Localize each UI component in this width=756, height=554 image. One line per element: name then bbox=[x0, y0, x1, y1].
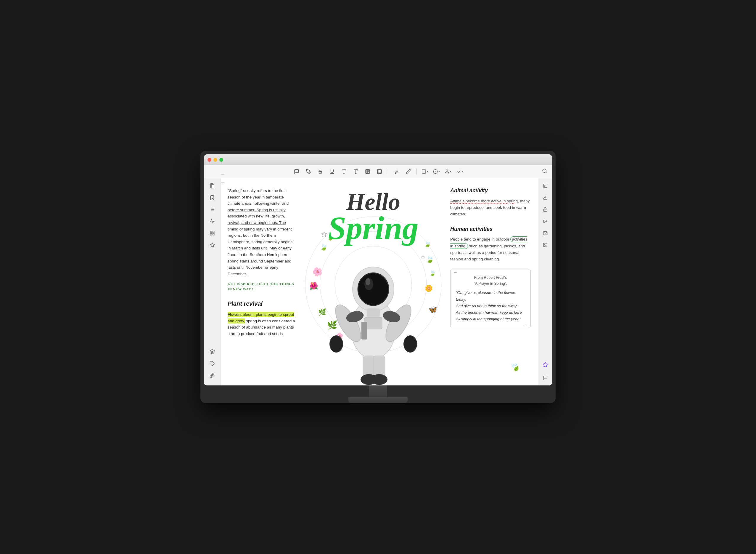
stand-neck bbox=[369, 385, 387, 397]
leaf-yellow-3: 🍃 bbox=[429, 270, 436, 276]
svg-point-46 bbox=[358, 273, 389, 306]
svg-rect-64 bbox=[544, 209, 547, 211]
quote-box: From Robert Frost's"A Prayer in Spring":… bbox=[450, 270, 531, 327]
quote-source: From Robert Frost's"A Prayer in Spring": bbox=[456, 275, 525, 286]
right-chat-icon[interactable] bbox=[540, 372, 551, 383]
right-sidebar bbox=[538, 178, 552, 385]
center-hero-column: Hello Spring bbox=[303, 178, 443, 385]
svg-point-48 bbox=[366, 278, 370, 285]
flower-pink: 🌺 bbox=[309, 282, 318, 290]
comment-icon[interactable] bbox=[293, 168, 300, 175]
right-image-icon[interactable] bbox=[540, 240, 551, 250]
scroll-down: — bbox=[221, 180, 225, 184]
svg-point-53 bbox=[330, 336, 343, 352]
minimize-button[interactable] bbox=[213, 158, 217, 162]
sidebar-pages-icon[interactable] bbox=[207, 180, 217, 191]
quote-text: "Oh, give us pleasure in the flowers tod… bbox=[456, 289, 525, 322]
right-ai-icon[interactable] bbox=[540, 359, 551, 370]
text-box-icon[interactable] bbox=[364, 168, 371, 175]
svg-point-20 bbox=[446, 170, 448, 171]
svg-rect-33 bbox=[210, 234, 212, 235]
svg-point-54 bbox=[404, 336, 417, 352]
human-text-before: People tend to engage in outdoor bbox=[450, 237, 510, 241]
human-activities-text: People tend to engage in outdoor activit… bbox=[450, 236, 531, 263]
sign-dropdown[interactable]: ▾ bbox=[456, 169, 463, 174]
svg-rect-16 bbox=[422, 170, 426, 173]
toolbar-divider bbox=[388, 169, 388, 174]
paperclip-icon[interactable] bbox=[207, 370, 217, 381]
animals-underlined: Animals become more active in spring, bbox=[450, 199, 519, 203]
right-download-icon[interactable] bbox=[540, 192, 551, 203]
leaf-yellow-2: 🍃 bbox=[425, 255, 434, 263]
monitor-stand bbox=[204, 385, 552, 403]
svg-rect-24 bbox=[211, 184, 214, 189]
astronaut-svg bbox=[323, 237, 424, 385]
handwriting-note: Get inspired, just look things in new wa… bbox=[228, 282, 296, 292]
svg-marker-35 bbox=[210, 243, 214, 247]
sidebar-bookmark-icon[interactable] bbox=[207, 192, 217, 203]
document-area: "Spring" usually refers to the first sea… bbox=[220, 178, 538, 385]
draw-icon[interactable] bbox=[404, 168, 412, 175]
stand-base bbox=[349, 397, 407, 403]
butterfly: 🦋 bbox=[428, 306, 437, 314]
right-lock-icon[interactable] bbox=[540, 204, 551, 215]
plant-revival-title: Plant revival bbox=[228, 299, 296, 309]
layers-icon[interactable] bbox=[207, 346, 217, 357]
decorative-leaf-right: 🍃 bbox=[507, 358, 523, 375]
animal-activity-text: Animals become more active in spring, ma… bbox=[450, 198, 531, 218]
right-mail-icon[interactable] bbox=[540, 228, 551, 238]
svg-rect-34 bbox=[212, 234, 214, 235]
close-button[interactable] bbox=[207, 158, 211, 162]
table-icon[interactable] bbox=[376, 168, 383, 175]
human-activities-title: Human activities bbox=[450, 225, 531, 233]
sidebar-component-icon[interactable] bbox=[207, 240, 217, 250]
underlined-winter-summer: winter and before summer. Spring is usua… bbox=[228, 201, 289, 231]
svg-rect-49 bbox=[367, 309, 380, 317]
flower-yellow: 🌼 bbox=[425, 285, 433, 292]
svg-marker-36 bbox=[210, 349, 214, 352]
svg-rect-32 bbox=[212, 231, 214, 232]
svg-line-22 bbox=[546, 172, 547, 173]
shape-dropdown[interactable]: ▾ bbox=[422, 169, 428, 174]
svg-rect-31 bbox=[210, 231, 212, 232]
text-outline-icon[interactable] bbox=[340, 168, 348, 175]
app-body: — — "Spring" usually refers to the first… bbox=[204, 178, 552, 385]
sidebar-grid-icon[interactable] bbox=[207, 228, 217, 238]
ocr-icon[interactable] bbox=[540, 180, 551, 191]
plant-revival-section: Plant revival Flowers bloom, plants begi… bbox=[228, 299, 296, 337]
pen-tool-icon[interactable] bbox=[305, 168, 312, 175]
sidebar-list-icon[interactable] bbox=[207, 204, 217, 215]
right-share-icon[interactable] bbox=[540, 216, 551, 227]
animal-activity-title: Animal activity bbox=[450, 186, 531, 195]
hero-text-area: Hello Spring bbox=[303, 178, 443, 243]
person-dropdown[interactable]: ▾ bbox=[445, 169, 451, 174]
bold-text-icon[interactable] bbox=[352, 168, 359, 175]
left-sidebar bbox=[204, 178, 220, 385]
scroll-indicators: — — bbox=[221, 172, 225, 184]
toolbar-divider-2 bbox=[417, 169, 417, 174]
main-content: "Spring" usually refers to the first sea… bbox=[220, 178, 538, 385]
highlight-icon[interactable] bbox=[393, 168, 400, 175]
svg-rect-61 bbox=[362, 322, 367, 339]
plant-revival-text: Flowers bloom, plants begin to sprout an… bbox=[228, 311, 296, 337]
title-bar bbox=[204, 154, 552, 165]
left-text-column: "Spring" usually refers to the first sea… bbox=[220, 178, 303, 385]
underline-icon[interactable] bbox=[328, 168, 336, 175]
tag-icon[interactable] bbox=[207, 358, 217, 369]
annotation-dropdown[interactable]: ▾ bbox=[433, 169, 440, 174]
search-icon[interactable] bbox=[542, 168, 547, 175]
right-text-column: Animal activity Animals become more acti… bbox=[443, 178, 538, 385]
svg-rect-10 bbox=[377, 169, 382, 174]
flower-orange: 🌸 bbox=[311, 266, 324, 278]
sidebar-chart-icon[interactable] bbox=[207, 216, 217, 227]
monitor-frame: ▾ ▾ ▾ ▾ bbox=[200, 151, 556, 403]
strikethrough-icon[interactable] bbox=[317, 168, 324, 175]
svg-point-58 bbox=[371, 374, 387, 385]
intro-paragraph: "Spring" usually refers to the first sea… bbox=[228, 187, 296, 277]
monitor-screen: ▾ ▾ ▾ ▾ bbox=[204, 154, 552, 385]
toolbar: ▾ ▾ ▾ ▾ bbox=[204, 165, 552, 178]
astronaut-figure bbox=[323, 237, 424, 385]
traffic-lights bbox=[207, 158, 223, 162]
svg-point-67 bbox=[544, 244, 545, 245]
maximize-button[interactable] bbox=[219, 158, 223, 162]
